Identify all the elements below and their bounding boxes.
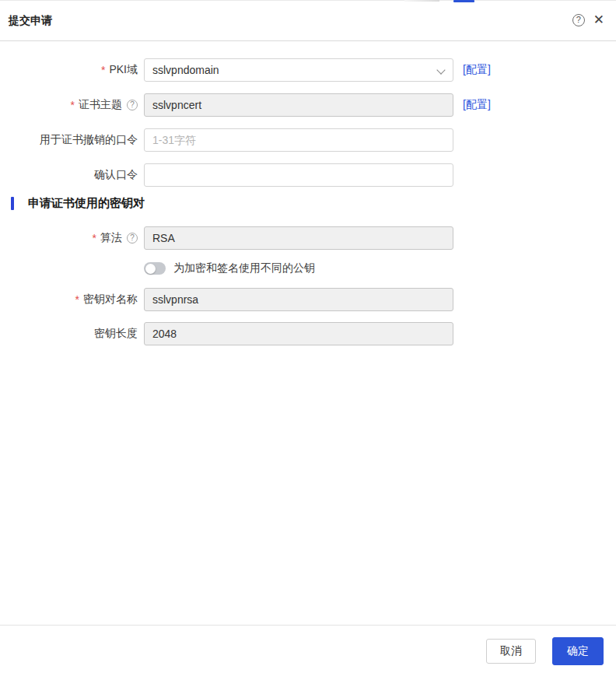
algorithm-label: *算法 ? <box>0 231 138 245</box>
toggle-knob <box>145 264 156 274</box>
revoke-password-row: 用于证书撤销的口令 <box>0 128 616 152</box>
required-asterisk: * <box>71 99 75 111</box>
pki-domain-row: *PKI域 [配置] <box>0 58 616 82</box>
cert-subject-help-icon[interactable]: ? <box>127 100 138 110</box>
separate-keys-row: 为加密和签名使用不同的公钥 <box>144 261 315 276</box>
pki-domain-config-link[interactable]: [配置] <box>463 63 491 77</box>
pki-domain-label: *PKI域 <box>0 63 138 77</box>
confirm-password-input[interactable] <box>144 163 453 187</box>
dialog-header-icons: ? ✕ <box>572 13 604 26</box>
header-divider <box>0 40 616 41</box>
key-length-input <box>144 322 453 345</box>
algorithm-help-icon[interactable]: ? <box>127 233 138 244</box>
section-accent-bar <box>11 197 14 210</box>
background-active-tab-fragment <box>453 0 474 2</box>
algorithm-row: *算法 ? <box>0 226 616 250</box>
confirm-password-row: 确认口令 <box>0 163 616 187</box>
required-asterisk: * <box>101 64 105 76</box>
cancel-button[interactable]: 取消 <box>486 639 536 664</box>
cert-subject-config-link[interactable]: [配置] <box>463 98 491 112</box>
top-hairline <box>0 0 616 1</box>
keypair-section-header: 申请证书使用的密钥对 <box>0 195 145 212</box>
required-asterisk: * <box>75 293 79 306</box>
cert-subject-input <box>144 93 453 117</box>
keypair-name-label: *密钥对名称 <box>0 293 138 307</box>
pki-domain-select[interactable] <box>144 58 453 82</box>
keypair-name-input <box>144 288 453 311</box>
keypair-name-row: *密钥对名称 <box>0 288 616 311</box>
separate-keys-toggle-label: 为加密和签名使用不同的公钥 <box>173 261 315 275</box>
key-length-row: 密钥长度 <box>0 322 616 345</box>
required-asterisk: * <box>93 232 96 244</box>
algorithm-input <box>144 226 453 250</box>
cert-subject-row: *证书主题 ? [配置] <box>0 93 616 117</box>
footer-divider <box>0 625 616 626</box>
separate-keys-toggle[interactable] <box>144 262 166 275</box>
key-length-label: 密钥长度 <box>0 327 138 341</box>
revoke-password-input[interactable] <box>144 128 453 152</box>
dialog-title: 提交申请 <box>9 14 52 28</box>
section-title: 申请证书使用的密钥对 <box>28 196 145 211</box>
ok-button[interactable]: 确定 <box>552 637 604 665</box>
revoke-password-label: 用于证书撤销的口令 <box>0 133 138 147</box>
confirm-password-label: 确认口令 <box>0 168 138 182</box>
close-icon[interactable]: ✕ <box>593 13 604 26</box>
cert-subject-label: *证书主题 ? <box>0 98 138 112</box>
help-icon[interactable]: ? <box>572 14 585 26</box>
background-scrollbar-fragment <box>404 0 439 2</box>
